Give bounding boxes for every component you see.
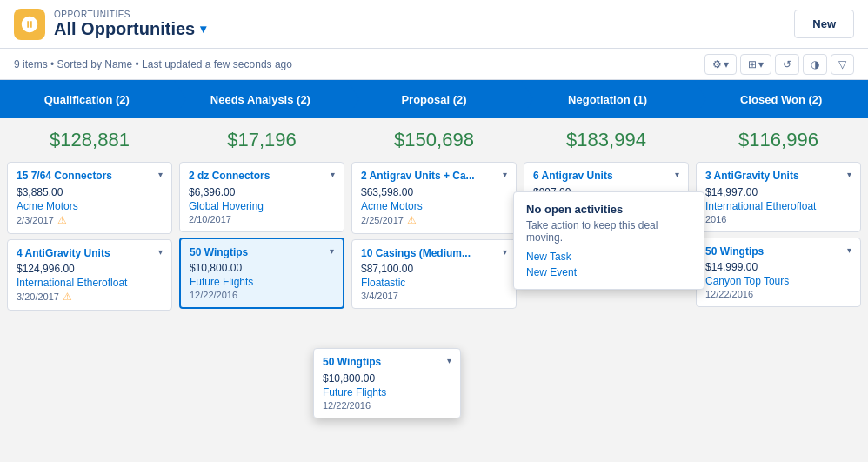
chart-icon: ◑ bbox=[811, 58, 819, 70]
toolbar: 9 items • Sorted by Name • Last updated … bbox=[0, 49, 868, 80]
card-needs-analysis-1[interactable]: 50 Wingtips ▾ $10,800.00 Future Flights … bbox=[179, 238, 344, 310]
new-task-link[interactable]: New Task bbox=[526, 251, 691, 263]
col-closed-won: $116,996 3 AntiGravity Units ▾ $14,997.0… bbox=[696, 125, 861, 455]
card-qualification-0[interactable]: 15 7/64 Connectors ▾ $3,885.00 Acme Moto… bbox=[7, 162, 172, 234]
warning-icon: ⚠ bbox=[57, 214, 67, 226]
col-amount-closed-won: $116,996 bbox=[696, 125, 861, 157]
floating-card-header: 50 Wingtips ▾ bbox=[323, 356, 451, 370]
card-dropdown-icon[interactable]: ▾ bbox=[844, 170, 851, 179]
columns-icon: ⊞ bbox=[748, 58, 757, 70]
title-dropdown-icon[interactable]: ▾ bbox=[200, 22, 206, 36]
col-qualification: $128,881 15 7/64 Connectors ▾ $3,885.00 … bbox=[7, 125, 172, 455]
tooltip-title: No open activities bbox=[526, 203, 691, 216]
header-subtitle: OPPORTUNITIES bbox=[54, 10, 206, 19]
filter-icon: ▽ bbox=[838, 58, 846, 70]
col-amount-proposal: $150,698 bbox=[351, 125, 517, 157]
card-proposal-0[interactable]: 2 Antigrav Units + Ca... ▾ $63,598.00 Ac… bbox=[351, 162, 517, 234]
stage-qualification[interactable]: Qualification (2) bbox=[0, 80, 174, 118]
chart-button[interactable]: ◑ bbox=[803, 54, 827, 75]
col-negotiation: $183,994 6 Antigrav Units ▾ $997.00 Nati… bbox=[524, 125, 689, 455]
filter-button[interactable]: ▽ bbox=[831, 54, 854, 75]
refresh-button[interactable]: ↺ bbox=[775, 54, 799, 75]
card-dropdown-icon[interactable]: ▾ bbox=[844, 245, 851, 255]
card-header: 2 Antigrav Units + Ca... ▾ bbox=[361, 170, 507, 184]
floating-card[interactable]: 50 Wingtips ▾ $10,800.00 Future Flights … bbox=[313, 348, 461, 418]
stage-proposal[interactable]: Proposal (2) bbox=[347, 80, 521, 118]
columns-dropdown-icon: ▾ bbox=[758, 58, 764, 70]
col-amount-qualification: $128,881 bbox=[7, 125, 172, 157]
card-header: 10 Casings (Medium... ▾ bbox=[361, 247, 507, 261]
refresh-icon: ↺ bbox=[783, 58, 791, 70]
settings-dropdown-icon: ▾ bbox=[724, 58, 729, 70]
card-header: 50 Wingtips ▾ bbox=[190, 246, 334, 260]
card-header: 15 7/64 Connectors ▾ bbox=[17, 170, 163, 184]
stage-needs-analysis[interactable]: Needs Analysis (2) bbox=[174, 80, 348, 118]
columns-button[interactable]: ⊞ ▾ bbox=[740, 54, 771, 75]
warning-icon: ⚠ bbox=[63, 291, 72, 303]
col-amount-negotiation: $183,994 bbox=[524, 125, 689, 157]
card-header: 50 Wingtips ▾ bbox=[705, 245, 851, 259]
card-dropdown-icon[interactable]: ▾ bbox=[327, 170, 335, 179]
card-proposal-1[interactable]: 10 Casings (Medium... ▾ $87,100.00 Float… bbox=[351, 239, 517, 310]
settings-icon: ⚙ bbox=[712, 58, 722, 70]
card-needs-analysis-0[interactable]: 2 dz Connectors ▾ $6,396.00 Global Hover… bbox=[179, 162, 344, 232]
new-event-link[interactable]: New Event bbox=[526, 266, 691, 278]
toolbar-actions: ⚙ ▾ ⊞ ▾ ↺ ◑ ▽ bbox=[704, 54, 854, 75]
app-icon bbox=[14, 9, 45, 40]
warning-icon: ⚠ bbox=[407, 214, 417, 226]
card-dropdown-icon[interactable]: ▾ bbox=[155, 170, 163, 179]
card-dropdown-icon[interactable]: ▾ bbox=[499, 170, 507, 179]
page-title: All Opportunities ▾ bbox=[54, 19, 206, 39]
stage-closed-won[interactable]: Closed Won (2) bbox=[694, 80, 868, 118]
col-amount-needs-analysis: $17,196 bbox=[179, 125, 344, 157]
card-header: 6 Antigrav Units ▾ bbox=[533, 170, 679, 184]
card-dropdown-icon[interactable]: ▾ bbox=[326, 246, 334, 256]
toolbar-info: 9 items • Sorted by Name • Last updated … bbox=[14, 58, 292, 70]
kanban-stages: Qualification (2) Needs Analysis (2) Pro… bbox=[0, 80, 868, 118]
settings-button[interactable]: ⚙ ▾ bbox=[704, 54, 737, 75]
card-closed-won-0[interactable]: 3 AntiGravity Units ▾ $14,997.00 Interna… bbox=[696, 162, 861, 232]
new-button[interactable]: New bbox=[794, 10, 854, 38]
tooltip-description: Take action to keep this deal moving. bbox=[526, 219, 691, 244]
header: OPPORTUNITIES All Opportunities ▾ New bbox=[0, 0, 868, 49]
header-titles: OPPORTUNITIES All Opportunities ▾ bbox=[54, 10, 206, 39]
stage-negotiation[interactable]: Negotiation (1) bbox=[521, 80, 695, 118]
card-closed-won-1[interactable]: 50 Wingtips ▾ $14,999.00 Canyon Top Tour… bbox=[696, 238, 861, 308]
card-dropdown-icon[interactable]: ▾ bbox=[499, 247, 507, 257]
card-dropdown-icon[interactable]: ▾ bbox=[671, 170, 679, 179]
tooltip-popup: No open activities Take action to keep t… bbox=[513, 191, 704, 290]
card-header: 2 dz Connectors ▾ bbox=[189, 170, 335, 184]
floating-card-dropdown-icon[interactable]: ▾ bbox=[444, 356, 451, 365]
card-dropdown-icon[interactable]: ▾ bbox=[155, 247, 163, 257]
card-qualification-1[interactable]: 4 AntiGravity Units ▾ $124,996.00 Intern… bbox=[7, 239, 172, 311]
card-header: 4 AntiGravity Units ▾ bbox=[17, 247, 163, 261]
header-left: OPPORTUNITIES All Opportunities ▾ bbox=[14, 9, 206, 40]
card-header: 3 AntiGravity Units ▾ bbox=[705, 170, 851, 184]
